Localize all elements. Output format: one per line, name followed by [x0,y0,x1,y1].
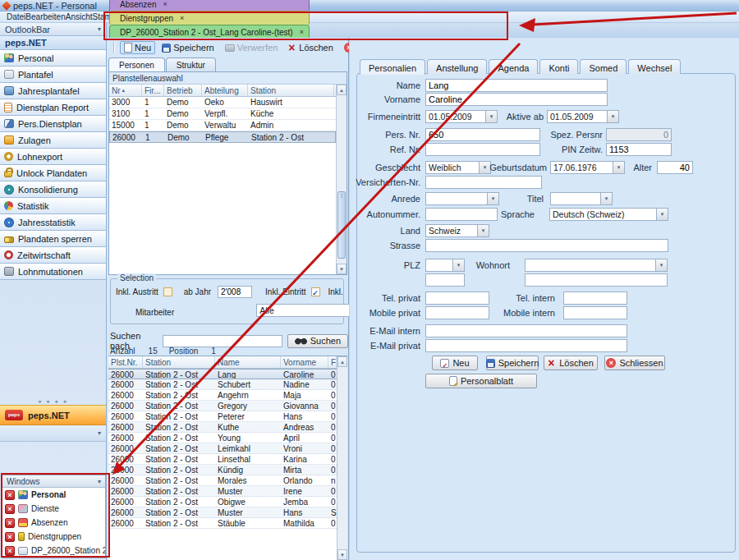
versicherten-nr-input[interactable] [425,176,542,189]
peps-net-branding[interactable]: peps peps.NET [0,405,106,425]
plz-combo[interactable] [425,259,465,272]
table-row[interactable]: 26000Station 2 - OstMusterHansS [108,507,337,518]
scroll-up-arrow[interactable]: ▲ [337,85,347,95]
search-input[interactable] [163,335,282,347]
table-row[interactable]: 26000Station 2 - OstKündigMirta0 [108,465,337,475]
windows-panel-header[interactable]: Windows ▾ [2,475,105,488]
form-button[interactable]: Löschen [544,356,598,370]
column-header-f[interactable]: F [328,356,337,368]
toolbar-button[interactable]: Speichern [158,41,218,54]
scrollbar-thumb[interactable] [337,191,346,259]
table-row[interactable]: 26000Station 2 - OstSchubertNadine0 [108,379,337,390]
chevron-down-icon[interactable] [477,225,489,236]
inkl-eintritt-checkbox[interactable] [311,287,320,296]
alter-input[interactable] [657,161,693,174]
column-header-name[interactable]: Name [215,356,281,368]
toolbar-button[interactable]: Neu [120,41,155,54]
close-window-icon[interactable] [5,546,15,556]
chevron-down-icon[interactable]: ▾ [98,429,101,437]
table-row[interactable]: 30001DemoOekoHauswirt [109,97,336,108]
table-row[interactable]: 26000Station 2 - OstPetererHans0 [108,411,337,422]
email-intern-input[interactable] [425,324,627,337]
email-privat-input[interactable] [425,339,627,352]
sidebar-item[interactable]: Lohnexport [0,149,106,165]
scroll-up-arrow[interactable]: ▲ [337,356,347,367]
window-list-item[interactable]: Dienste [2,502,105,516]
window-list-item[interactable]: DP_26000_Station 2 - Ost_Lang Caroline-(… [2,544,105,558]
sidebar-item[interactable]: Lohnmutationen [0,264,106,280]
tab-close-icon[interactable] [163,0,167,8]
chevron-down-icon[interactable] [655,259,667,271]
form-tab[interactable]: Personalien [360,59,425,75]
table-row[interactable]: 26000Station 2 - OstMoralesOrlandon [108,475,337,486]
table-row[interactable]: 26000Station 2 - OstYoungApril0 [108,433,337,443]
table-row[interactable]: 26000Station 2 - OstLangCaroline0 [108,369,337,379]
tel-intern-input[interactable] [563,291,627,305]
column-header-station[interactable]: Station [248,85,334,96]
toolbar-button[interactable]: Löschen [284,41,337,54]
document-tab[interactable]: Absenzen [109,0,310,11]
table-row[interactable]: 26000Station 2 - OstLinsethalKarina0 [108,454,337,465]
search-button[interactable]: Suchen [287,334,348,348]
middle-tab[interactable]: Struktur [166,57,216,71]
table-row[interactable]: 26000Station 2 - OstKutheAndreas0 [108,422,337,433]
form-tab[interactable]: Agenda [489,59,538,74]
scroll-down-arrow[interactable]: ▼ [337,549,347,560]
wohnort2-input[interactable] [525,273,668,287]
chevron-down-icon[interactable] [607,111,618,122]
close-window-icon[interactable] [5,532,15,542]
sidebar-item[interactable]: Personal [0,50,106,67]
document-tab[interactable]: Dienstgruppen [109,11,310,25]
inkl-austritt-checkbox[interactable] [163,287,172,296]
sidebar-item[interactable]: Unlock Plandaten [0,165,106,181]
sidebar-item[interactable]: Jahresstatistik [0,214,106,231]
menu-item[interactable]: Datei [7,12,25,21]
sidebar-splitter[interactable]: ● ● ● ● [0,397,106,405]
form-button[interactable]: Speichern [486,356,539,370]
sidebar-item[interactable]: Plantafel [0,67,106,83]
window-list-item[interactable]: Absenzen [2,516,105,530]
chevron-down-icon[interactable] [600,193,612,204]
wohnort-combo[interactable] [525,259,668,272]
column-header-betrieb[interactable]: Betrieb [164,85,202,96]
personalblatt-button[interactable]: Personalblatt [425,374,537,388]
scroll-down-arrow[interactable]: ▼ [337,264,347,274]
form-tab[interactable]: Konti [539,59,578,74]
outlookbar-header[interactable]: OutlookBar ▾ [0,23,106,36]
titel-combo[interactable] [550,192,613,205]
chevron-down-icon[interactable]: ▾ [98,25,101,33]
column-header-abteilung[interactable]: Abteilung [202,85,248,96]
chevron-down-icon[interactable]: ▾ [98,478,101,485]
form-tab[interactable]: Anstellung [427,59,487,74]
geburtsdatum-datepicker[interactable]: 17.06.1976 [550,161,625,174]
column-header-plstnr[interactable]: Plst.Nr. [108,356,143,368]
sidebar-item[interactable]: Plandaten sperren [0,231,106,247]
chevron-down-icon[interactable] [452,259,464,271]
chevron-down-icon[interactable] [656,209,668,220]
table-row[interactable]: 150001DemoVerwaltuAdmin [109,120,336,131]
menu-item[interactable]: Bearbeiten [25,12,65,21]
sidebar-item[interactable]: Zeitwirtschaft [0,247,106,264]
pin-input[interactable] [606,143,672,156]
form-button[interactable]: Schliessen [604,356,665,370]
sidebar-item[interactable]: Dienstplan Report [0,99,106,116]
window-list-item[interactable]: Personal [2,488,105,502]
tab-close-icon[interactable] [300,28,304,36]
window-list-item[interactable]: Dienstgruppen [2,530,105,544]
middle-tab[interactable]: Personen [108,57,165,71]
vorname-input[interactable] [425,93,608,106]
sidebar-item[interactable]: Jahresplantafel [0,83,106,99]
table-row[interactable]: 260001DemoPflegeStation 2 - Ost [109,131,336,143]
tab-close-icon[interactable] [180,14,184,22]
close-window-icon[interactable] [5,490,15,500]
name-input[interactable] [425,79,608,92]
table-row[interactable]: 26000Station 2 - OstGregoryGiovanna0 [108,401,337,411]
aktive-ab-datepicker[interactable]: 01.05.2009 [547,110,619,123]
table-row[interactable]: 26000Station 2 - OstMusterIrene0 [108,486,337,497]
sidebar-item[interactable]: Zulagen [0,132,106,149]
sidebar-group-header[interactable]: peps.NET [0,36,106,50]
column-header-vorname[interactable]: Vorname [281,356,328,368]
person-table-scrollbar[interactable]: ▲ ▼ [337,356,347,560]
plz2-input[interactable] [425,273,465,287]
form-button[interactable]: Neu [432,356,478,370]
